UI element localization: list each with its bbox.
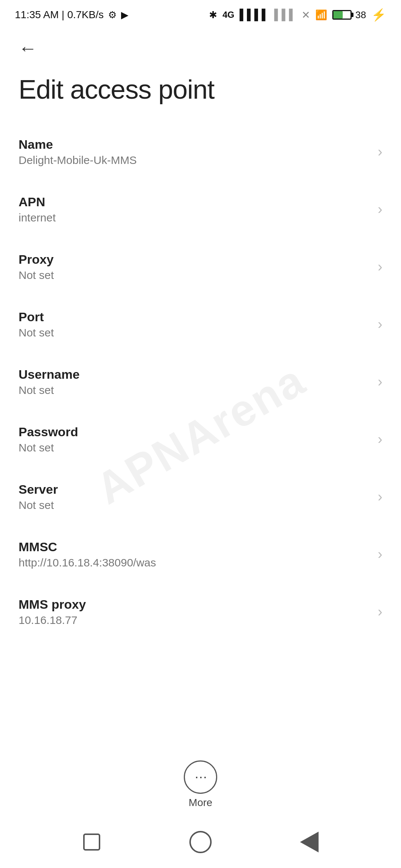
camera-icon: ▶ <box>121 9 128 21</box>
settings-item-content-2: ProxyNot set <box>19 252 370 282</box>
settings-item-label-7: MMSC <box>19 540 370 554</box>
chevron-icon-1: › <box>378 201 382 217</box>
bluetooth-icon: ✱ <box>209 9 217 21</box>
more-circle-icon: ⋯ <box>184 760 217 794</box>
settings-item-label-6: Server <box>19 482 370 497</box>
settings-item-content-5: PasswordNot set <box>19 425 370 454</box>
settings-item-content-1: APNinternet <box>19 195 370 224</box>
chevron-icon-0: › <box>378 144 382 160</box>
status-time-speed: 11:35 AM | 0.7KB/s ⚙ ▶ <box>15 9 128 21</box>
settings-item-label-0: Name <box>19 137 370 152</box>
settings-item-value-4: Not set <box>19 384 370 397</box>
no-signal-icon: ✕ <box>301 9 310 21</box>
more-button-area[interactable]: ⋯ More <box>0 760 401 809</box>
charging-icon: ⚡ <box>371 8 386 22</box>
settings-item-value-7: http://10.16.18.4:38090/was <box>19 556 370 569</box>
settings-item-label-2: Proxy <box>19 252 370 267</box>
chevron-icon-5: › <box>378 431 382 447</box>
more-dots-icon: ⋯ <box>195 770 206 785</box>
settings-item-mms-proxy[interactable]: MMS proxy10.16.18.77› <box>19 583 382 641</box>
settings-item-value-1: internet <box>19 211 370 224</box>
status-bar: 11:35 AM | 0.7KB/s ⚙ ▶ ✱ 4G ▌▌▌▌ ▌▌▌ ✕ 📶… <box>0 0 401 30</box>
settings-item-label-1: APN <box>19 195 370 209</box>
settings-item-apn[interactable]: APNinternet› <box>19 181 382 238</box>
settings-item-port[interactable]: PortNot set› <box>19 296 382 353</box>
nav-bar <box>0 816 401 868</box>
back-bar: ← <box>0 30 401 67</box>
settings-item-value-8: 10.16.18.77 <box>19 614 370 627</box>
settings-item-mmsc[interactable]: MMSChttp://10.16.18.4:38090/was› <box>19 526 382 583</box>
time-display: 11:35 AM | 0.7KB/s <box>15 9 104 21</box>
settings-item-proxy[interactable]: ProxyNot set› <box>19 238 382 296</box>
settings-list: NameDelight-Mobile-Uk-MMS›APNinternet›Pr… <box>0 123 401 641</box>
signal-4g-icon: 4G <box>222 10 234 20</box>
settings-item-label-3: Port <box>19 310 370 324</box>
nav-home-button[interactable] <box>186 827 215 857</box>
settings-item-name[interactable]: NameDelight-Mobile-Uk-MMS› <box>19 123 382 181</box>
settings-item-content-0: NameDelight-Mobile-Uk-MMS <box>19 137 370 167</box>
page-title: Edit access point <box>0 67 401 123</box>
battery-indicator: 38 <box>332 9 366 21</box>
battery-percent: 38 <box>355 9 366 21</box>
settings-item-server[interactable]: ServerNot set› <box>19 468 382 526</box>
nav-triangle-icon <box>300 832 319 852</box>
signal-bars2-icon: ▌▌▌ <box>274 9 297 21</box>
settings-item-content-3: PortNot set <box>19 310 370 339</box>
back-button[interactable]: ← <box>15 35 41 61</box>
nav-square-icon <box>83 834 100 851</box>
chevron-icon-7: › <box>378 546 382 562</box>
nav-recent-button[interactable] <box>77 827 107 857</box>
settings-item-content-7: MMSChttp://10.16.18.4:38090/was <box>19 540 370 569</box>
settings-item-label-4: Username <box>19 367 370 382</box>
settings-item-value-0: Delight-Mobile-Uk-MMS <box>19 154 370 167</box>
settings-item-content-6: ServerNot set <box>19 482 370 512</box>
settings-icon: ⚙ <box>108 9 117 21</box>
settings-item-content-8: MMS proxy10.16.18.77 <box>19 597 370 627</box>
wifi-icon: 📶 <box>315 9 327 21</box>
chevron-icon-3: › <box>378 316 382 332</box>
signal-bars-icon: ▌▌▌▌ <box>239 9 269 21</box>
chevron-icon-6: › <box>378 489 382 505</box>
nav-back-button[interactable] <box>294 827 324 857</box>
settings-item-content-4: UsernameNot set <box>19 367 370 397</box>
settings-item-value-5: Not set <box>19 441 370 454</box>
settings-item-label-5: Password <box>19 425 370 439</box>
settings-item-password[interactable]: PasswordNot set› <box>19 411 382 468</box>
settings-item-value-6: Not set <box>19 499 370 512</box>
more-label: More <box>189 797 212 809</box>
chevron-icon-2: › <box>378 259 382 275</box>
chevron-icon-4: › <box>378 374 382 390</box>
back-arrow-icon: ← <box>19 39 37 57</box>
settings-item-label-8: MMS proxy <box>19 597 370 612</box>
nav-circle-icon <box>189 831 212 853</box>
settings-item-value-3: Not set <box>19 326 370 339</box>
settings-item-username[interactable]: UsernameNot set› <box>19 353 382 411</box>
chevron-icon-8: › <box>378 604 382 620</box>
settings-item-value-2: Not set <box>19 269 370 282</box>
battery-fill <box>333 11 343 19</box>
status-icons: ✱ 4G ▌▌▌▌ ▌▌▌ ✕ 📶 38 ⚡ <box>209 8 386 22</box>
